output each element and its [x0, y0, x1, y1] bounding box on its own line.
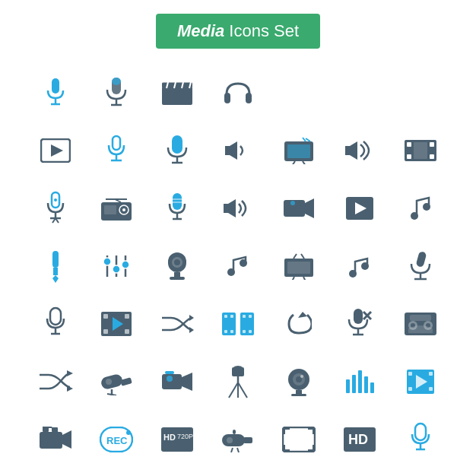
svg-marker-98: [189, 327, 194, 333]
hd720-icon: HD 720P: [147, 411, 208, 468]
svg-text:HD: HD: [163, 433, 176, 442]
svg-rect-102: [230, 315, 233, 318]
mic-capsule-icon: [147, 179, 208, 237]
svg-point-141: [300, 375, 303, 378]
svg-point-83: [349, 270, 357, 278]
svg-rect-33: [407, 142, 411, 147]
mic-angle-icon: [390, 237, 451, 295]
svg-line-127: [107, 394, 116, 395]
play-box-icon: [25, 122, 86, 179]
svg-rect-15: [246, 93, 252, 103]
svg-rect-18: [113, 136, 120, 150]
svg-rect-95: [125, 329, 129, 334]
svg-marker-133: [233, 366, 243, 367]
svg-rect-153: [429, 387, 433, 391]
svg-rect-78: [287, 262, 310, 274]
svg-line-171: [231, 448, 233, 452]
svg-rect-37: [414, 142, 427, 159]
svg-point-163: [126, 430, 131, 435]
tv-icon: [268, 122, 329, 179]
svg-rect-170: [233, 430, 236, 434]
page: Media Icons Set: [0, 0, 476, 476]
svg-marker-24: [225, 141, 237, 160]
play-box2-icon: [329, 179, 390, 237]
webcam2-icon: [268, 353, 329, 411]
shuffle-icon: [147, 295, 208, 353]
svg-rect-128: [162, 374, 182, 389]
svg-rect-124: [120, 377, 132, 386]
svg-point-56: [290, 201, 295, 205]
svg-rect-104: [240, 313, 254, 335]
svg-rect-4: [112, 78, 121, 85]
svg-point-68: [113, 265, 120, 273]
svg-rect-145: [352, 375, 356, 393]
svg-rect-35: [430, 142, 434, 147]
title-normal: Icons Set: [224, 21, 299, 40]
hd-icon: HD: [329, 411, 390, 468]
svg-marker-63: [52, 275, 59, 283]
svg-marker-97: [189, 315, 194, 321]
svg-rect-142: [296, 390, 302, 394]
svg-rect-146: [358, 370, 362, 393]
svg-point-47: [122, 208, 125, 211]
svg-rect-120: [410, 315, 431, 321]
mic-outline2-icon: [390, 411, 451, 468]
camcorder-icon: [147, 353, 208, 411]
clapper-icon: [147, 64, 208, 122]
cctv-icon: [86, 353, 147, 411]
svg-rect-132: [232, 367, 244, 376]
refresh-icon: [268, 295, 329, 353]
speaker-high-icon: [329, 122, 390, 179]
shuffle2-icon: [25, 353, 86, 411]
screen-icon: [268, 411, 329, 468]
svg-line-30: [303, 138, 306, 141]
film-strip-icon: [390, 122, 451, 179]
svg-rect-7: [162, 87, 192, 105]
svg-line-80: [303, 277, 306, 280]
mic-simple-icon: [25, 64, 86, 122]
svg-point-69: [122, 261, 129, 268]
svg-rect-110: [354, 309, 363, 324]
cassette-icon: [390, 295, 451, 353]
svg-rect-106: [243, 330, 246, 333]
rec-icon: REC: [86, 411, 147, 468]
svg-rect-144: [346, 379, 350, 393]
svg-point-59: [411, 212, 418, 220]
cam-tripod-icon: [208, 353, 268, 411]
svg-line-28: [303, 161, 306, 164]
mic-cross-icon: [329, 295, 390, 353]
svg-line-81: [294, 254, 297, 259]
speaker-low-icon: [208, 122, 268, 179]
svg-point-84: [361, 262, 369, 270]
marker-icon: [25, 237, 86, 295]
svg-point-125: [106, 379, 112, 385]
tv2-icon: [268, 237, 329, 295]
mic-outline-icon: [25, 295, 86, 353]
svg-rect-131: [165, 371, 174, 374]
svg-rect-62: [53, 268, 58, 275]
mic-blue-icon: [147, 122, 208, 179]
mic-stand2-icon: [25, 179, 86, 237]
svg-rect-155: [40, 432, 62, 449]
film-reel-icon: [86, 295, 147, 353]
svg-rect-14: [224, 93, 230, 103]
svg-marker-31: [345, 141, 357, 160]
title-bold: Media: [177, 21, 224, 40]
svg-text:REC: REC: [106, 435, 128, 446]
icons-grid: REC HD 720P: [0, 56, 476, 476]
svg-marker-156: [62, 430, 71, 449]
svg-rect-167: [222, 434, 245, 446]
video-cam-icon: [268, 179, 329, 237]
svg-text:HD: HD: [348, 432, 368, 447]
svg-rect-26: [287, 144, 310, 158]
svg-line-82: [301, 254, 304, 259]
svg-point-76: [240, 259, 247, 267]
svg-line-27: [292, 161, 295, 164]
svg-rect-61: [52, 251, 59, 268]
music-note-icon: [390, 179, 451, 237]
svg-marker-121: [67, 370, 73, 376]
mic-stand-icon: [86, 122, 147, 179]
eq-bars-icon: [329, 353, 390, 411]
svg-rect-168: [243, 437, 252, 443]
svg-marker-17: [51, 144, 63, 157]
